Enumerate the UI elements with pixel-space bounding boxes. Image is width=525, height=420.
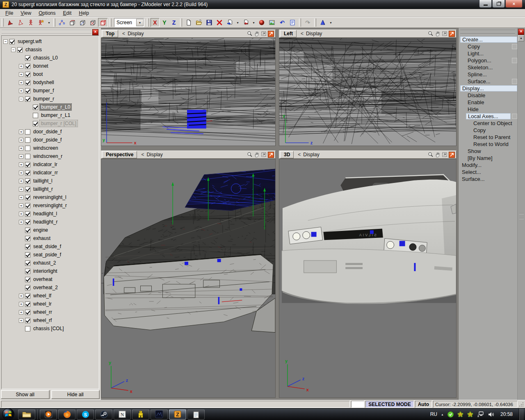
visibility-checkbox[interactable] (25, 137, 30, 143)
tree-item-bumper_r_l0[interactable]: bumper_r_L0 (2, 103, 99, 111)
viewport-3d-canvas[interactable]: SILVIA (279, 159, 457, 398)
tree-item-windscreen[interactable]: +windscreen (2, 144, 99, 152)
tree-item-chassis-col-[interactable]: chassis [COL] (2, 324, 99, 333)
scroll-up-icon[interactable]: ▲ (518, 35, 524, 41)
dropdown-arrow-icon[interactable]: ▾ (46, 18, 52, 27)
command-label[interactable]: Copy (472, 127, 517, 133)
visibility-checkbox[interactable] (25, 293, 30, 299)
tree-item-wheel_rf[interactable]: +wheel_rf (2, 316, 99, 324)
expand-plus-icon[interactable]: + (19, 138, 23, 142)
dropdown-arrow-icon[interactable]: ▾ (328, 18, 333, 27)
viewport-back-arrow[interactable]: < (122, 31, 125, 37)
command-label[interactable]: Center to Object (472, 120, 517, 126)
visibility-checkbox[interactable] (25, 277, 30, 282)
expand-plus-icon[interactable]: + (19, 130, 23, 134)
tree-item-label[interactable]: taillight_r (32, 186, 54, 192)
toolbar-grip[interactable] (299, 18, 301, 27)
material-sphere-button[interactable] (257, 18, 267, 27)
visibility-checkbox[interactable] (25, 96, 30, 102)
tree-item-door_dside_f[interactable]: +door_dside_f (2, 128, 99, 136)
resize-grip[interactable] (519, 402, 524, 407)
tree-item-bumper_r_l1[interactable]: bumper_r_L1 (2, 111, 99, 119)
tree-item-label[interactable]: taillight_l (32, 178, 54, 184)
command-enable[interactable]: Enable (460, 99, 517, 106)
expand-plus-icon[interactable]: + (19, 203, 23, 208)
command--by-name-[interactable]: [By Name] (460, 155, 517, 162)
close-button[interactable]: × (505, 0, 523, 8)
skype-status-icon[interactable] (447, 411, 454, 418)
tree-item-reversinglight_r[interactable]: +reversinglight_r (2, 201, 99, 210)
flower-icon[interactable] (467, 411, 473, 418)
command-label[interactable]: Polygon... (466, 57, 511, 64)
menu-file[interactable]: File (2, 9, 17, 17)
maximize-viewport-icon[interactable] (268, 152, 274, 158)
tree-item-seat_pside_f[interactable]: seat_pside_f (2, 251, 99, 259)
command-show[interactable]: Show (460, 148, 517, 155)
maximize-viewport-icon[interactable] (268, 31, 274, 37)
command-label[interactable]: Disable (466, 92, 517, 98)
tree-item-reversinglight_l[interactable]: +reversinglight_l (2, 193, 99, 201)
viewport-mode-label[interactable]: Display (128, 31, 144, 37)
viewport-back-arrow[interactable]: < (301, 31, 304, 37)
tree-item-boot[interactable]: +boot (2, 70, 99, 78)
tree-item-taillight_l[interactable]: +taillight_l (2, 177, 99, 185)
visibility-checkbox[interactable] (25, 269, 30, 274)
undo-button[interactable]: ↶ (277, 18, 287, 27)
select-figure-star-button[interactable] (36, 18, 46, 27)
tree-item-label[interactable]: overheat (32, 276, 54, 283)
viewport-back-arrow[interactable]: < (141, 152, 144, 158)
expand-plus-icon[interactable]: + (19, 187, 23, 192)
command-surface-[interactable]: Surface... (460, 78, 517, 85)
taskbar-skype[interactable]: S (77, 409, 94, 420)
auto-badge[interactable]: Auto (415, 401, 432, 408)
tree-item-taillight_r[interactable]: +taillight_r (2, 185, 99, 193)
zoom-icon[interactable] (428, 152, 434, 158)
hide-all-button[interactable]: Hide all (51, 390, 100, 399)
collapse-minus-icon[interactable]: − (11, 48, 16, 52)
save-file-button[interactable] (204, 18, 214, 27)
zoom-icon[interactable] (247, 152, 253, 158)
command-label[interactable]: Reset to Parent (472, 134, 517, 140)
visibility-checkbox[interactable] (33, 113, 38, 118)
tree-item-indicator_lr[interactable]: +indicator_lr (2, 160, 99, 169)
axis-z-button[interactable]: Z (169, 18, 178, 27)
tree-item-bumper_r-col-[interactable]: bumper_r [COL] (2, 119, 99, 128)
select-arrow-outline-button[interactable] (16, 18, 25, 27)
tree-item-bodyshell[interactable]: +bodyshell (2, 78, 99, 87)
expand-plus-icon[interactable]: + (19, 89, 23, 93)
command-option-box[interactable] (512, 58, 517, 63)
pan-hand-icon[interactable] (435, 152, 441, 158)
visibility-checkbox[interactable] (25, 195, 30, 200)
tree-item-chassis_l0[interactable]: chassis_L0 (2, 54, 99, 62)
expand-plus-icon[interactable]: + (19, 154, 23, 159)
menu-edit[interactable]: Edit (59, 9, 75, 17)
tree-item-label[interactable]: chassis [COL] (32, 325, 65, 332)
redo-disabled-button[interactable]: ↷ (303, 18, 313, 27)
taskbar-media-player[interactable] (40, 409, 57, 420)
visibility-checkbox[interactable] (9, 39, 15, 44)
expand-plus-icon[interactable]: + (19, 179, 23, 183)
visibility-checkbox[interactable] (25, 178, 30, 184)
collapse-minus-icon[interactable]: − (3, 39, 8, 44)
show-desktop-button[interactable] (519, 409, 524, 420)
viewport-top-canvas[interactable]: y x (101, 38, 276, 146)
tree-item-label[interactable]: bumper_r (32, 96, 55, 102)
viewport-left-canvas[interactable]: y z (279, 38, 457, 146)
expand-plus-icon[interactable]: + (19, 64, 23, 68)
network-icon[interactable] (477, 411, 484, 418)
tree-item-label[interactable]: seat_pside_f (32, 251, 62, 258)
visibility-checkbox[interactable] (25, 211, 30, 217)
tree-item-label[interactable]: chassis (24, 46, 43, 53)
command-label[interactable]: Hide (466, 106, 517, 112)
visibility-checkbox[interactable] (25, 55, 30, 61)
pan-hand-icon[interactable] (254, 31, 260, 37)
tree-item-label[interactable]: bumper_r_L0 (40, 104, 71, 110)
taskbar-notepad[interactable] (187, 409, 205, 420)
command-label[interactable]: Light... (466, 50, 517, 57)
expand-plus-icon[interactable]: + (19, 318, 23, 323)
visibility-checkbox[interactable] (25, 260, 30, 266)
toolbar-grip[interactable] (2, 18, 4, 27)
tree-item-label[interactable]: exhaust (32, 235, 52, 242)
dropdown-arrow-icon[interactable]: ▾ (235, 18, 240, 27)
command-reset-to-world[interactable]: Reset to World (460, 141, 517, 148)
